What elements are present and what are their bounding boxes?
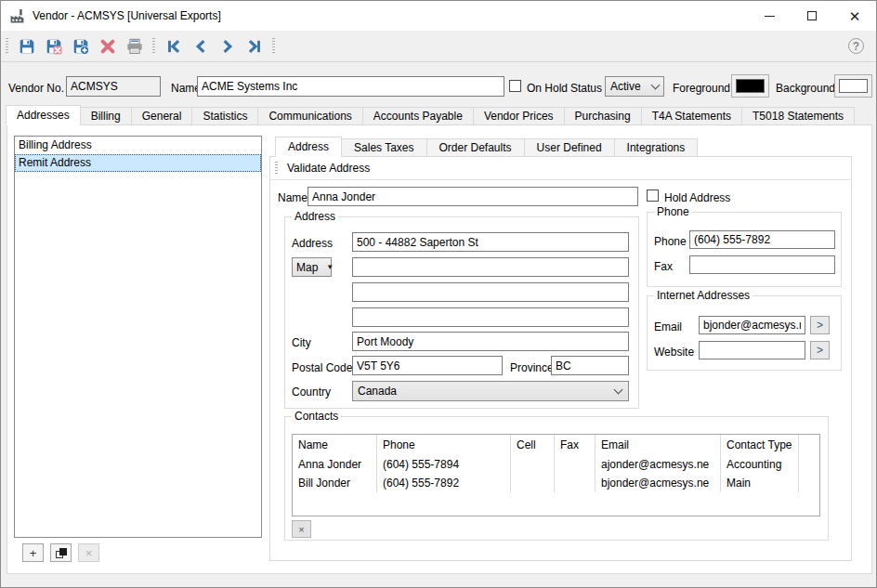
cell-email: ajonder@acmesys.ne: [596, 455, 721, 474]
previous-record-icon: [192, 38, 209, 55]
copy-icon: [56, 548, 66, 558]
main-tab-bar: Addresses Billing General Statistics Com…: [7, 105, 855, 125]
print-icon: [126, 38, 143, 55]
tab-vendor-prices[interactable]: Vendor Prices: [473, 107, 565, 125]
minimize-button[interactable]: [748, 1, 791, 31]
contacts-table-header: Name Phone Cell Fax Email Contact Type: [293, 435, 819, 455]
status-select[interactable]: Active: [605, 76, 664, 97]
tab-t5018-statements[interactable]: T5018 Statements: [741, 107, 855, 125]
save-button[interactable]: [13, 33, 40, 59]
print-button[interactable]: [121, 33, 148, 59]
foreground-label: Foreground: [673, 81, 730, 96]
tab-communications[interactable]: Communications: [257, 107, 362, 125]
country-value: Canada: [358, 385, 615, 398]
map-button[interactable]: Map ▼: [292, 257, 332, 277]
background-color-button[interactable]: [834, 74, 872, 98]
col-fax[interactable]: Fax: [555, 435, 596, 455]
save-discard-button[interactable]: [40, 33, 67, 59]
subtab-user-defined[interactable]: User Defined: [524, 138, 615, 157]
window-title: Vendor - ACMSYS [Universal Exports]: [33, 9, 221, 22]
subtab-integrations[interactable]: Integrations: [614, 138, 699, 157]
titlebar: Vendor - ACMSYS [Universal Exports] ✕: [1, 1, 876, 31]
maximize-button[interactable]: [791, 1, 833, 31]
contacts-table: Name Phone Cell Fax Email Contact Type A…: [292, 434, 820, 516]
first-record-button[interactable]: [160, 33, 187, 59]
tab-accounts-payable[interactable]: Accounts Payable: [362, 107, 474, 125]
toolbar-grip: [275, 162, 278, 175]
close-button[interactable]: ✕: [833, 1, 876, 31]
map-button-label: Map: [296, 261, 318, 274]
delete-button[interactable]: [94, 33, 121, 59]
list-item-billing-address[interactable]: Billing Address: [15, 137, 261, 154]
on-hold-checkbox[interactable]: [509, 80, 521, 92]
vendor-no-field[interactable]: [66, 76, 161, 97]
validate-address-button[interactable]: Validate Address: [281, 160, 375, 176]
contact-name-label: Name: [278, 190, 308, 205]
dropdown-arrow-icon: ▼: [326, 263, 334, 271]
delete-address-button[interactable]: ×: [78, 543, 99, 562]
chevron-down-icon: [614, 385, 623, 394]
hold-address-checkbox[interactable]: [647, 189, 659, 202]
phone-field[interactable]: [689, 230, 835, 249]
toolbar-grip: [272, 38, 275, 55]
toolbar-grip: [152, 38, 155, 55]
list-item-remit-address[interactable]: Remit Address: [15, 154, 261, 172]
vendor-name-field[interactable]: [197, 76, 504, 97]
cell-name: Anna Jonder: [293, 455, 377, 474]
address-line4-field[interactable]: [352, 307, 629, 327]
contact-row[interactable]: Bill Jonder (604) 555-7892 bjonder@acmes…: [293, 474, 819, 492]
col-phone[interactable]: Phone: [377, 435, 511, 455]
city-field[interactable]: [352, 332, 629, 351]
province-field[interactable]: [551, 356, 629, 375]
delete-icon: [99, 38, 116, 55]
col-email[interactable]: Email: [596, 435, 721, 455]
delete-contact-button[interactable]: ×: [292, 520, 311, 538]
tab-purchasing[interactable]: Purchasing: [564, 107, 642, 125]
save-icon: [19, 38, 35, 55]
tab-addresses[interactable]: Addresses: [6, 105, 81, 125]
address-line2-field[interactable]: [352, 257, 629, 277]
previous-record-button[interactable]: [187, 33, 214, 59]
copy-address-button[interactable]: [50, 543, 72, 562]
col-cell[interactable]: Cell: [511, 435, 555, 455]
help-button[interactable]: ?: [848, 38, 864, 54]
status-value: Active: [610, 80, 652, 93]
status-label: Status: [570, 81, 602, 96]
email-field[interactable]: [699, 316, 805, 334]
col-name[interactable]: Name: [293, 435, 377, 455]
address-line1-field[interactable]: [352, 232, 629, 252]
cell-fax: [555, 455, 596, 474]
email-label: Email: [654, 320, 682, 334]
on-hold-label: On Hold: [527, 81, 568, 96]
last-record-button[interactable]: [241, 33, 268, 59]
fax-field[interactable]: [689, 255, 835, 274]
tab-t4a-statements[interactable]: T4A Statements: [641, 107, 742, 125]
col-contact-type[interactable]: Contact Type: [721, 435, 799, 455]
subtab-address[interactable]: Address: [275, 137, 342, 157]
last-record-icon: [246, 38, 263, 55]
address-line3-field[interactable]: [352, 282, 629, 302]
next-record-button[interactable]: [214, 33, 241, 59]
tab-general[interactable]: General: [131, 107, 193, 125]
subtab-order-defaults[interactable]: Order Defaults: [426, 138, 525, 157]
maximize-icon: [807, 11, 817, 20]
contact-row[interactable]: Anna Jonder (604) 555-7894 ajonder@acmes…: [293, 455, 819, 474]
save-new-icon: [72, 38, 89, 55]
subtab-sales-taxes[interactable]: Sales Taxes: [341, 138, 426, 157]
country-select[interactable]: Canada: [352, 381, 629, 401]
postal-code-field[interactable]: [352, 356, 503, 375]
save-new-button[interactable]: [67, 33, 94, 59]
website-go-button[interactable]: >: [810, 341, 830, 359]
foreground-color-button[interactable]: [731, 74, 769, 98]
tab-statistics[interactable]: Statistics: [191, 107, 258, 125]
cell-blank: [799, 455, 819, 474]
cell-name: Bill Jonder: [293, 474, 377, 492]
email-go-button[interactable]: >: [810, 316, 830, 334]
add-address-button[interactable]: +: [22, 543, 44, 562]
website-field[interactable]: [699, 341, 805, 359]
cell-blank: [799, 474, 819, 492]
tab-billing[interactable]: Billing: [80, 107, 132, 125]
postal-code-label: Postal Code: [292, 360, 352, 375]
contact-name-field[interactable]: [308, 187, 638, 206]
vendor-window: Vendor - ACMSYS [Universal Exports] ✕: [0, 0, 877, 588]
